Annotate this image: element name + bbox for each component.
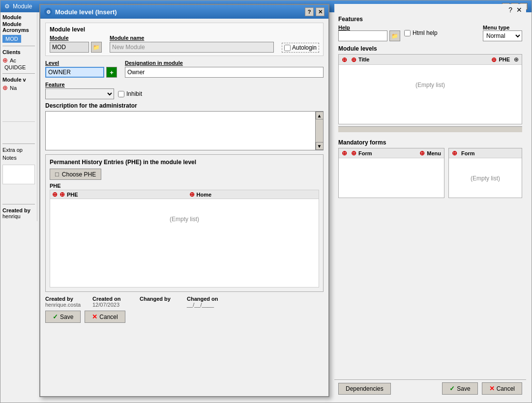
mf-right-add[interactable]: ⊕ (452, 150, 457, 156)
menu-type-group: Menu type Normal Popup (483, 25, 522, 41)
bg-created-by-value: henriqu (2, 213, 35, 219)
inhibit-group[interactable]: Inhibit (118, 90, 142, 97)
phe-home-sort-icon: ⊕ (189, 191, 195, 198)
html-help-checkbox[interactable] (404, 30, 411, 36)
dialog-title-bar: ⚙ Module level (Insert) ? ✕ (40, 5, 328, 19)
choose-phe-icon: □ (55, 171, 59, 178)
module-levels-section: Module levels ⊕ ⊕ Title ⊕ PHE ⊕ (Empty l… (334, 45, 526, 136)
bg-extra-options: Extra op (2, 147, 35, 153)
mandatory-forms-section: Mandatory forms ⊕ ⊕ Form ⊕ Menu (334, 139, 526, 198)
phe-col-phe-label: PHE (67, 192, 78, 198)
help-browse-btn[interactable]: 📁 (389, 30, 400, 41)
action-buttons: ✓ Save ✕ Cancel (45, 311, 324, 323)
feature-row: Feature Inhibit (45, 82, 324, 99)
dependencies-btn[interactable]: Dependencies (338, 383, 391, 395)
right-cancel-label: Cancel (497, 385, 515, 392)
bg-mod-badge[interactable]: MOD (2, 35, 21, 43)
designation-input[interactable] (125, 67, 324, 78)
mandatory-forms-header: ⊕ ⊕ Form ⊕ Menu (339, 148, 444, 158)
menu-type-label: Menu type (483, 25, 522, 30)
right-save-btn[interactable]: ✓ Save (442, 382, 477, 395)
save-btn[interactable]: ✓ Save (45, 311, 81, 323)
desc-area-container: ▲ ▼ (45, 111, 324, 150)
right-save-label: Save (457, 385, 470, 392)
bg-client-item[interactable]: Ac (10, 58, 16, 63)
cancel-btn[interactable]: ✕ Cancel (85, 311, 125, 323)
module-levels-empty: (Empty list) (341, 82, 520, 88)
desc-textarea[interactable] (46, 112, 315, 150)
phe-add-col[interactable]: ⊕ (52, 191, 58, 198)
right-help-icon[interactable]: ? (508, 6, 512, 14)
dialog-help-btn[interactable]: ? (305, 7, 314, 16)
inhibit-checkbox[interactable] (118, 91, 124, 97)
mf-menu-col: ⊕ Menu (419, 150, 441, 156)
col-title-label: Title (358, 57, 369, 62)
desc-scrollbar[interactable]: ▲ ▼ (315, 112, 323, 150)
bg-modulev-item[interactable]: Na (10, 85, 17, 91)
col-extra: ⊕ (514, 56, 519, 63)
html-help-check[interactable]: Html help (404, 29, 438, 36)
bg-client-acronym[interactable]: QUIDGE (2, 64, 35, 70)
phe-empty-list: (Empty list) (52, 216, 317, 223)
right-save-check-icon: ✓ (449, 385, 455, 392)
bg-clients-label: Clients (2, 49, 35, 55)
module-field-group: Module 📁 (50, 35, 102, 53)
col-add-level[interactable]: ⊕ (342, 56, 347, 63)
bg-scroll-area (2, 121, 35, 124)
created-by-value: henrique.costa (45, 302, 85, 308)
cancel-x-icon: ✕ (92, 313, 97, 320)
module-levels-header: ⊕ ⊕ Title ⊕ PHE ⊕ (339, 55, 522, 65)
mandatory-forms-table: ⊕ ⊕ Form ⊕ Menu (338, 148, 444, 198)
autologin-group[interactable]: Autologin (282, 43, 319, 53)
mf-menu-label: Menu (427, 150, 441, 156)
choose-phe-btn[interactable]: □ Choose PHE (50, 169, 101, 180)
mf-right-form-label: Form (461, 150, 475, 156)
mandatory-forms-body-right: (Empty list) (449, 158, 522, 198)
module-level-dialog: ⚙ Module level (Insert) ? ✕ Module level… (39, 4, 329, 397)
scroll-down-arrow[interactable]: ▼ (316, 142, 324, 150)
phe-label: PHE (50, 183, 319, 189)
module-browse-btn[interactable]: 📁 (91, 42, 102, 53)
module-name-input[interactable] (110, 42, 274, 53)
dialog-title-icon: ⚙ (44, 8, 52, 16)
col-phe: ⊕ PHE (491, 56, 510, 63)
module-input[interactable] (50, 42, 89, 53)
mf-add-col[interactable]: ⊕ (342, 150, 347, 156)
right-cancel-btn[interactable]: ✕ Cancel (482, 382, 522, 395)
bg-app-icon: ⚙ (4, 3, 10, 10)
level-add-btn[interactable]: + (106, 67, 117, 78)
feature-select[interactable] (45, 88, 114, 99)
level-input[interactable] (45, 67, 104, 78)
menu-type-select[interactable]: Normal Popup (483, 30, 522, 41)
bg-modulev-row[interactable]: ⊕ Na (2, 84, 35, 92)
dialog-close-btn[interactable]: ✕ (316, 7, 325, 16)
right-panel-controls: ? ✕ (334, 4, 526, 16)
changed-on-field: Changed on __/__/____ (187, 296, 226, 308)
desc-label: Description for the administrator (45, 102, 324, 109)
bg-add-client-row[interactable]: ⊕ Ac (2, 56, 35, 64)
module-levels-scrollbar[interactable] (338, 126, 522, 132)
metadata-row: Created by henrique.costa Created on 12/… (45, 296, 324, 308)
dialog-body: Module level Module 📁 Module name Autolo… (40, 19, 328, 327)
mandatory-forms-title: Mandatory forms (338, 139, 522, 146)
autologin-checkbox[interactable] (284, 45, 291, 51)
help-input[interactable] (338, 30, 387, 41)
right-close-icon[interactable]: ✕ (516, 6, 522, 14)
save-label: Save (60, 314, 73, 320)
bg-notes-box[interactable] (2, 165, 35, 184)
bg-acronym-label: Module Acronyms (2, 21, 35, 33)
bg-modulev-add-icon: ⊕ (2, 85, 8, 91)
level-designation-row: Level + Designation in module (45, 60, 324, 78)
mf-right-form-col: Form (461, 150, 475, 156)
created-on-field: Created on 12/07/2023 (92, 296, 132, 308)
html-help-label: Html help (413, 29, 438, 36)
bg-window-title: Module (13, 3, 32, 10)
changed-on-value: __/__/____ (187, 302, 226, 308)
feature-field-group: Feature (45, 82, 114, 99)
mandatory-forms-panels: ⊕ ⊕ Form ⊕ Menu (338, 148, 522, 198)
scroll-up-arrow[interactable]: ▲ (316, 112, 324, 119)
module-section: Module level Module 📁 Module name Autolo… (45, 23, 324, 56)
mf-form-label: Form (358, 150, 372, 156)
phe-section-title: Permanent History Entries (PHE) in the m… (50, 159, 319, 166)
dialog-title-buttons[interactable]: ? ✕ (305, 7, 325, 16)
